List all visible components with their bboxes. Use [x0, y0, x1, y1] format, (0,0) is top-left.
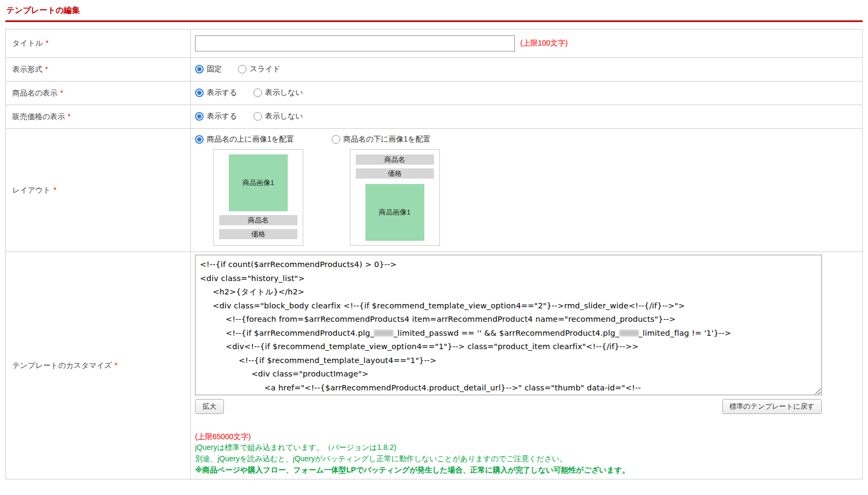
- template-edit-page: テンプレートの編集 タイトル* (上限100文字) 表示形式*: [0, 0, 868, 484]
- preview-price-bar: 価格: [219, 229, 297, 239]
- radio-label: 固定: [207, 64, 222, 74]
- field-label-price: 販売価格の表示: [12, 112, 65, 121]
- layout-option-image-top: 商品名の上に画像1を配置 商品画像1 商品名 価格: [195, 135, 308, 246]
- radio-icon[interactable]: [195, 65, 204, 73]
- code-line: <div class="history_list">: [200, 272, 817, 286]
- layout-preview-image-bottom: 商品名 価格 商品画像1: [350, 149, 440, 246]
- code-line: <div class="productImage">: [200, 367, 817, 381]
- required-mark: *: [115, 361, 117, 370]
- template-code-textarea[interactable]: <!--{if count($arrRecommendProducts4) > …: [195, 255, 822, 395]
- required-mark: *: [46, 39, 48, 47]
- radio-option-hide-name[interactable]: 表示しない: [253, 88, 303, 98]
- required-mark: *: [45, 65, 48, 73]
- radio-icon[interactable]: [253, 112, 262, 121]
- radio-label: 商品名の上に画像1を配置: [207, 135, 294, 144]
- table-row-template-customize: テンプレートのカスタマイズ* <!--{if count($arrRecomme…: [6, 252, 863, 479]
- preview-product-image: 商品画像1: [365, 184, 424, 241]
- preview-product-image: 商品画像1: [229, 154, 288, 211]
- radio-label: 商品名の下に画像1を配置: [343, 135, 431, 144]
- code-line: <a href="<!--{$arrRecommendProduct4.prod…: [200, 381, 817, 395]
- radio-option-fixed[interactable]: 固定: [195, 64, 222, 74]
- purchase-warning-note: ※商品ページや購入フロー、フォーム一体型LPでバッティングが発生した場合、正常に…: [195, 464, 858, 476]
- radio-option-show-price[interactable]: 表示する: [195, 112, 237, 121]
- radio-label: 表示しない: [265, 112, 303, 121]
- field-label-title: タイトル: [12, 39, 43, 47]
- table-row-display-format: 表示形式* 固定 スライド: [6, 58, 863, 82]
- jquery-conflict-note: 別途、jQueryを読み込むと、jQueryがバッティングし正常に動作しないこと…: [195, 453, 858, 464]
- radio-option-show-name[interactable]: 表示する: [195, 88, 237, 98]
- template-edit-form: タイトル* (上限100文字) 表示形式* 固定 ス: [5, 29, 863, 479]
- code-line: <div<!--{if $recommend_template_view_opt…: [200, 340, 817, 354]
- customize-limit-note: (上限65000文字): [195, 431, 858, 442]
- code-line: <div class="block_body clearfix <!--{if …: [200, 299, 817, 313]
- radio-label: 表示する: [207, 88, 237, 98]
- layout-option-image-bottom: 商品名の下に画像1を配置 商品名 価格 商品画像1: [332, 135, 445, 246]
- table-row-title: タイトル* (上限100文字): [6, 29, 863, 58]
- required-mark: *: [68, 112, 70, 121]
- code-line: <!--{if $arrRecommendProduct4.plg__limit…: [200, 327, 817, 341]
- field-label-layout: レイアウト: [12, 186, 51, 194]
- radio-label: 表示しない: [265, 88, 303, 98]
- code-line: <!--{if $recommend_template_layout4=="1"…: [200, 354, 817, 368]
- radio-icon[interactable]: [332, 135, 340, 144]
- field-label-customize: テンプレートのカスタマイズ: [12, 361, 112, 370]
- preview-product-name-bar: 商品名: [356, 154, 434, 165]
- radio-icon[interactable]: [195, 88, 204, 97]
- radio-icon[interactable]: [238, 65, 246, 73]
- radio-icon[interactable]: [253, 88, 262, 97]
- field-label-product-name: 商品名の表示: [12, 88, 57, 97]
- field-label-display-format: 表示形式: [12, 65, 42, 73]
- radio-option-hide-price[interactable]: 表示しない: [253, 112, 303, 121]
- radio-label: 表示する: [207, 112, 237, 121]
- radio-option-slide[interactable]: スライド: [238, 64, 280, 74]
- preview-product-name-bar: 商品名: [219, 215, 297, 225]
- code-line: <!--{foreach from=$arrRecommendProducts4…: [200, 313, 817, 327]
- textarea-buttons: 拡大 標準のテンプレートに戻す: [195, 399, 822, 414]
- expand-button[interactable]: 拡大: [195, 399, 224, 414]
- title-limit-note: (上限100文字): [520, 39, 568, 48]
- layout-preview-image-top: 商品画像1 商品名 価格: [213, 149, 303, 246]
- radio-option-image-above-name[interactable]: 商品名の上に画像1を配置: [195, 135, 294, 144]
- code-line: <!--{if count($arrRecommendProducts4) > …: [200, 258, 817, 272]
- redacted-text: [619, 330, 639, 336]
- code-line: <h2>{タイトル}</h2>: [200, 285, 817, 299]
- table-row-layout: レイアウト* 商品名の上に画像1を配置 商品画像1 商品名 価格: [6, 129, 863, 252]
- radio-icon[interactable]: [195, 135, 204, 144]
- page-title: テンプレートの編集: [6, 5, 863, 16]
- radio-icon[interactable]: [195, 112, 204, 121]
- title-divider: [5, 20, 863, 22]
- required-mark: *: [60, 88, 63, 97]
- radio-option-image-below-name[interactable]: 商品名の下に画像1を配置: [332, 135, 431, 144]
- jquery-version-note: jQueryは標準で組み込まれています。（バージョンは1.8.2): [195, 442, 858, 453]
- table-row-product-name-display: 商品名の表示* 表示する 表示しない: [6, 82, 863, 105]
- title-input[interactable]: [195, 35, 515, 51]
- required-mark: *: [54, 186, 56, 194]
- radio-label: スライド: [250, 64, 280, 74]
- preview-price-bar: 価格: [356, 168, 434, 179]
- table-row-price-display: 販売価格の表示* 表示する 表示しない: [6, 105, 863, 129]
- redacted-text: [374, 330, 393, 336]
- reset-template-button[interactable]: 標準のテンプレートに戻す: [722, 399, 822, 414]
